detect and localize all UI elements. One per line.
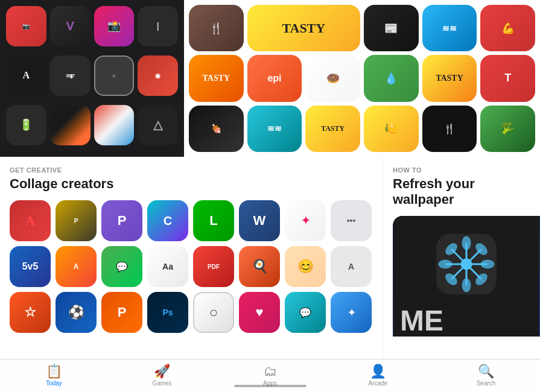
banner-icon-tasty3[interactable]: TASTY [422,55,477,101]
app-icon-veed[interactable]: V [50,6,91,46]
app-circle[interactable]: ○ [193,292,234,333]
icon-grid: 📷 V 📸 | A 19|||7 ○ ◉ 🔋 △ [0,0,184,157]
nav-arcade[interactable]: 👤 Arcade [360,365,396,387]
app-cook[interactable]: 🍳 [239,246,280,287]
nav-arcade-label: Arcade [369,380,388,387]
banner-icon-fork2[interactable]: 🍴 [422,106,477,152]
nav-games-label: Games [152,380,171,387]
app-pubg[interactable]: P [56,200,97,241]
app-font[interactable]: Aa [147,246,188,287]
banner-icon-lemon[interactable]: 🍋 [364,106,419,152]
app-photoshop[interactable]: Ps [147,292,188,333]
svg-point-10 [463,279,470,291]
svg-point-15 [462,259,471,269]
banner-icon-wave1[interactable]: ≋≋ [422,5,477,51]
games-icon: 🚀 [154,365,170,378]
banner-icon-bb[interactable]: 🍖 [189,106,244,152]
banner-icon-tasty-big[interactable]: TASTY [247,5,360,51]
app-more-2[interactable]: ✦ [331,292,372,333]
today-icon: 📋 [46,365,62,378]
nav-today-label: Today [46,380,62,387]
app-icon-delta[interactable]: △ [138,105,178,145]
nav-search[interactable]: 🔍 Search [468,365,504,387]
app-arena[interactable]: A [10,200,51,241]
top-section: 📷 V 📸 | A 19|||7 ○ ◉ 🔋 △ 🍴 TASTY 📰 ≋≋ 💪 … [0,0,540,157]
main-content: GET CREATIVE Collage creators A P P C L … [0,157,540,359]
app-face[interactable]: 😊 [285,246,326,287]
banner-icon-epi[interactable]: epi [247,55,302,101]
app-cod[interactable]: ☆ [10,292,51,333]
app-acrobat[interactable]: PDF [193,246,234,287]
banner-icon-drop[interactable]: 💧 [364,55,419,101]
howto-panel: HOW TO Refresh your wallpaper ME [383,157,540,359]
banner-icon-fork[interactable]: 🍴 [189,5,244,51]
howto-title: Refresh your wallpaper [393,176,540,207]
collage-panel: GET CREATIVE Collage creators A P P C L … [0,157,383,359]
app-word[interactable]: W [239,200,280,241]
app-anime[interactable]: A [56,246,97,287]
app-az[interactable]: A [331,246,372,287]
app-icon-cam3[interactable]: ◉ [138,55,178,96]
nav-games[interactable]: 🚀 Games [144,365,180,387]
howto-image[interactable]: ME [393,216,540,337]
apps-grid: A P P C L W ✦ ••• 5v5 A 💬 Aa PDF 🍳 😊 A ☆… [10,200,383,333]
home-indicator [234,385,307,387]
svg-point-9 [463,237,470,249]
app-icon-battery[interactable]: 🔋 [6,105,46,145]
app-icon-circle[interactable]: ○ [94,55,135,96]
howto-graphic: ME [393,216,540,337]
nav-apps[interactable]: 🗂 Apps [252,365,288,387]
section-title: Collage creators [10,176,383,192]
banner-icon-wave2[interactable]: ≋≋ [247,106,302,152]
banner-icon-nyt2[interactable]: T [480,55,535,101]
arcade-icon: 👤 [370,365,386,378]
nav-search-label: Search [477,380,496,387]
app-icon-measure[interactable]: | [138,6,178,46]
banner-icon-tasty2[interactable]: TASTY [189,55,244,101]
banner-icon-nyt1[interactable]: 📰 [364,5,419,51]
apps-icon: 🗂 [264,365,277,378]
search-icon: 🔍 [478,365,494,378]
howto-category: HOW TO [393,166,540,174]
app-icon-gradient[interactable] [94,105,135,145]
app-picsart[interactable]: P [101,200,142,241]
svg-text:ME: ME [400,305,443,337]
app-icon-cam2[interactable]: 📸 [94,6,135,46]
banner-icon-sprinkle[interactable]: 🍩 [305,55,360,101]
app-icon-dark[interactable] [50,105,91,145]
app-craft[interactable]: ✦ [285,200,326,241]
banner-icon-green[interactable]: 🥦 [480,106,535,152]
app-ppt[interactable]: P [101,292,142,333]
section-category-label: GET CREATIVE [10,166,383,174]
app-soccer[interactable]: ⚽ [56,292,97,333]
banner-section: 🍴 TASTY 📰 ≋≋ 💪 TASTY epi 🍩 💧 TASTY T 🍖 ≋… [184,0,540,157]
app-canva[interactable]: C [147,200,188,241]
svg-point-8 [481,261,494,268]
app-quote[interactable]: 💬 [285,292,326,333]
banner-icon-muscle[interactable]: 💪 [480,5,535,51]
nav-today[interactable]: 📋 Today [36,365,72,387]
app-more-1[interactable]: ••• [331,200,372,241]
app-line[interactable]: L [193,200,234,241]
app-icon-19[interactable]: 19|||7 [50,55,91,96]
svg-point-7 [439,261,451,268]
app-icon-camera[interactable]: 📷 [6,6,46,46]
app-vg2[interactable]: 5v5 [10,246,51,287]
app-mango[interactable]: ♥ [239,292,280,333]
banner-icon-tasty4[interactable]: TASTY [305,106,360,152]
app-icon-arch[interactable]: A [6,55,46,96]
app-msgplus[interactable]: 💬 [101,246,142,287]
